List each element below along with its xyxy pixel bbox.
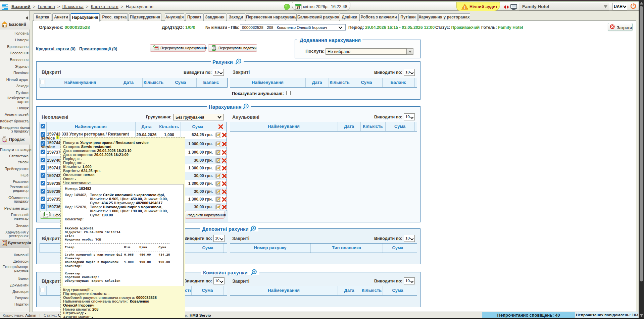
svg-text:!: !	[464, 5, 465, 10]
svg-text:29: 29	[296, 6, 300, 9]
